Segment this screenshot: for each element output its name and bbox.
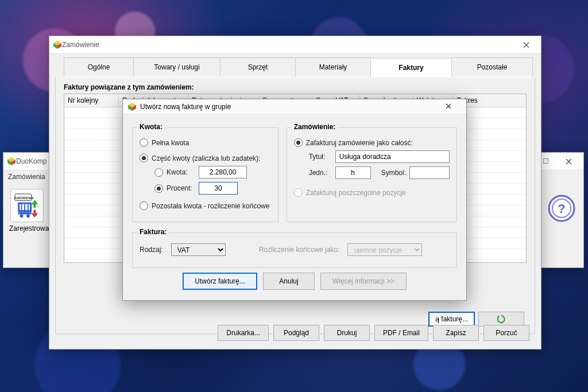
section-header: Faktury powiązane z tym zamówieniem: [64, 83, 527, 91]
svg-marker-14 [32, 200, 38, 204]
radio-remaining[interactable] [140, 201, 148, 210]
tab-materials[interactable]: Materiały [295, 57, 371, 77]
label-partial: Część kwoty (zaliczka lub zadatek): [152, 154, 260, 162]
radio-percent[interactable] [154, 184, 163, 193]
printer-button[interactable]: Drukarka... [218, 325, 269, 341]
print-button[interactable]: Drukuj [324, 325, 370, 341]
input-percent[interactable] [199, 182, 238, 195]
tab-other[interactable]: Pozostałe [451, 57, 533, 77]
save-button[interactable]: Zapisz [433, 325, 479, 341]
radio-amount-value[interactable] [154, 168, 163, 177]
input-amount[interactable] [199, 166, 247, 178]
close-button[interactable] [557, 153, 580, 169]
label-unit: Jedn.: [309, 169, 332, 177]
legend-amount: Kwota: [137, 123, 165, 131]
discard-button[interactable]: Porzuć [483, 325, 529, 341]
svg-text:?: ? [558, 201, 565, 216]
group-invoice: Faktura: Rodzaj: VAT Rozliczenie końcowe… [132, 232, 457, 268]
radio-full-amount[interactable] [140, 138, 148, 147]
dialog-close-button[interactable] [446, 103, 462, 111]
svg-point-13 [26, 214, 30, 218]
svg-rect-17 [34, 210, 36, 214]
radio-individual-positions [294, 188, 303, 197]
order-tabs: Ogólne Towary / usługi Sprzęt Materiały … [64, 57, 535, 77]
select-invoice-type[interactable]: VAT [171, 243, 226, 256]
svg-marker-16 [32, 213, 38, 218]
input-title[interactable] [335, 150, 450, 163]
order-buttons: Drukarka... Podgląd Drukuj PDF / Email Z… [218, 325, 529, 341]
app-icon [127, 102, 137, 111]
input-symbol[interactable] [409, 166, 450, 179]
svg-text:ZAMÓWIENIE: ZAMÓWIENIE [14, 196, 34, 200]
more-info-button: Więcej informacji >> [320, 273, 407, 290]
pdf-button[interactable]: PDF / Email [374, 325, 428, 341]
app-icon [7, 157, 16, 166]
order-titlebar[interactable]: Zamówienie [49, 36, 541, 54]
help-button[interactable]: ? [548, 195, 575, 224]
legend-order: Zamówienie: [292, 123, 338, 131]
dialog-titlebar[interactable]: Utwórz nową fakturę w grupie [123, 99, 466, 115]
tool-registered[interactable]: ZAMÓWIENIE Zarejestrowan [9, 189, 45, 232]
app-icon [53, 40, 62, 49]
label-whole: Zafakturuj zamówienie jako całość: [306, 139, 413, 147]
label-full: Pełna kwota [152, 139, 189, 147]
create-invoice-button[interactable]: Utwórz fakturę... [183, 273, 257, 290]
label-type: Rodzaj: [140, 246, 163, 254]
label-amount: Kwota: [167, 168, 195, 176]
svg-rect-7 [18, 212, 32, 215]
label-symbol: Symbol: [381, 169, 406, 177]
svg-point-12 [20, 214, 24, 218]
tab-equipment[interactable]: Sprzęt [220, 57, 296, 77]
radio-partial-amount[interactable] [140, 154, 148, 162]
group-amount: Kwota: Pełna kwota Część kwoty (zaliczka… [132, 127, 278, 222]
tab-invoices[interactable]: Faktury [370, 58, 452, 77]
tab-general[interactable]: Ogólne [64, 57, 134, 77]
create-invoice-dialog: Utwórz nową fakturę w grupie Kwota: Pełn… [122, 99, 467, 301]
legend-invoice: Faktura: [137, 228, 169, 236]
order-title: Zamówienie [62, 41, 514, 49]
radio-whole-order[interactable] [294, 138, 303, 147]
tool-label: Zarejestrowan [9, 224, 45, 232]
group-order: Zamówienie: Zafakturuj zamówienie jako c… [287, 127, 457, 222]
label-settlement: Rozliczenie końcowe jako: [259, 246, 340, 254]
select-settlement: ujemne pozycje [347, 243, 422, 256]
tab-goods[interactable]: Towary / usługi [133, 57, 220, 77]
svg-rect-15 [34, 204, 36, 208]
label-remaining: Pozostała kwota - rozliczenie końcowe [152, 202, 269, 210]
preview-button[interactable]: Podgląd [273, 325, 319, 341]
dialog-title: Utwórz nową fakturę w grupie [140, 103, 446, 111]
label-title: Tytuł: [309, 153, 332, 161]
cancel-button[interactable]: Anuluj [263, 273, 315, 290]
label-positions: Zafakturuj poszczególne pozycje [306, 189, 406, 197]
close-button[interactable] [514, 37, 537, 53]
label-percent: Procent: [167, 184, 195, 192]
col-nr[interactable]: Nr kolejny [64, 94, 119, 107]
input-unit[interactable] [335, 166, 371, 179]
